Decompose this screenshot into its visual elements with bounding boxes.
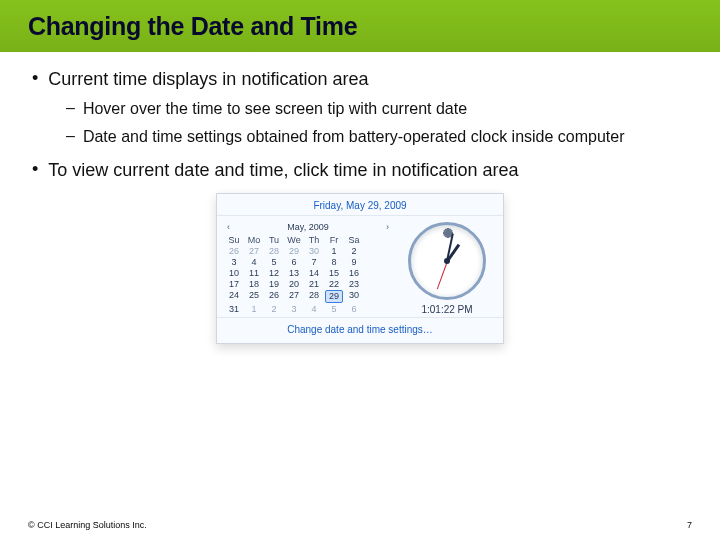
- calendar-day[interactable]: 1: [245, 304, 263, 314]
- bullet-icon: •: [32, 159, 38, 182]
- calendar-dow: Th: [305, 235, 323, 245]
- calendar-day[interactable]: 22: [325, 279, 343, 289]
- calendar-dow: We: [285, 235, 303, 245]
- calendar-day[interactable]: 26: [225, 246, 243, 256]
- sub-bullet-item: – Date and time settings obtained from b…: [66, 127, 688, 147]
- calendar-day[interactable]: 4: [245, 257, 263, 267]
- calendar-grid: SuMoTuWeThFrSa26272829301234567891011121…: [225, 235, 391, 314]
- calendar-day[interactable]: 27: [245, 246, 263, 256]
- calendar-day[interactable]: 18: [245, 279, 263, 289]
- clock-time-label: 1:01:22 PM: [399, 304, 495, 315]
- calendar-day[interactable]: 2: [345, 246, 363, 256]
- calendar-day[interactable]: 21: [305, 279, 323, 289]
- calendar-day[interactable]: 26: [265, 290, 283, 303]
- calendar-day[interactable]: 5: [265, 257, 283, 267]
- dash-icon: –: [66, 99, 75, 119]
- calendar-prev-button[interactable]: ‹: [225, 222, 232, 232]
- bullet-item: • Current time displays in notification …: [32, 68, 688, 147]
- slide-body: • Current time displays in notification …: [0, 52, 720, 344]
- sub-bullet-text: Hover over the time to see screen tip wi…: [83, 99, 467, 119]
- calendar-day[interactable]: 9: [345, 257, 363, 267]
- calendar-day[interactable]: 7: [305, 257, 323, 267]
- calendar-day-selected[interactable]: 29: [325, 290, 343, 303]
- date-time-popup: Friday, May 29, 2009 ‹ May, 2009 › SuMoT…: [216, 193, 504, 344]
- calendar-day[interactable]: 1: [325, 246, 343, 256]
- calendar-day[interactable]: 3: [285, 304, 303, 314]
- calendar-day[interactable]: 2: [265, 304, 283, 314]
- calendar-dow: Su: [225, 235, 243, 245]
- calendar: ‹ May, 2009 › SuMoTuWeThFrSa262728293012…: [225, 222, 391, 314]
- calendar-day[interactable]: 19: [265, 279, 283, 289]
- calendar-day[interactable]: 4: [305, 304, 323, 314]
- calendar-day[interactable]: 16: [345, 268, 363, 278]
- calendar-day[interactable]: 24: [225, 290, 243, 303]
- calendar-day[interactable]: 13: [285, 268, 303, 278]
- calendar-month-label: May, 2009: [287, 222, 328, 232]
- sub-bullet-text: Date and time settings obtained from bat…: [83, 127, 625, 147]
- title-bar: Changing the Date and Time: [0, 0, 720, 52]
- calendar-day[interactable]: 28: [305, 290, 323, 303]
- calendar-day[interactable]: 31: [225, 304, 243, 314]
- bullet-text: To view current date and time, click tim…: [48, 159, 518, 182]
- slide-title: Changing the Date and Time: [28, 12, 357, 41]
- bullet-text: Current time displays in notification ar…: [48, 68, 368, 91]
- calendar-day[interactable]: 10: [225, 268, 243, 278]
- sub-bullet-item: – Hover over the time to see screen tip …: [66, 99, 688, 119]
- calendar-next-button[interactable]: ›: [384, 222, 391, 232]
- calendar-day[interactable]: 30: [305, 246, 323, 256]
- calendar-day[interactable]: 14: [305, 268, 323, 278]
- calendar-dow: Fr: [325, 235, 343, 245]
- calendar-day[interactable]: 6: [345, 304, 363, 314]
- popup-long-date: Friday, May 29, 2009: [217, 194, 503, 216]
- dash-icon: –: [66, 127, 75, 147]
- calendar-dow: Sa: [345, 235, 363, 245]
- calendar-day[interactable]: 17: [225, 279, 243, 289]
- bullet-item: • To view current date and time, click t…: [32, 159, 688, 182]
- clock-second-hand: [436, 261, 447, 290]
- change-date-time-link[interactable]: Change date and time settings…: [217, 317, 503, 343]
- calendar-day[interactable]: 23: [345, 279, 363, 289]
- calendar-day[interactable]: 30: [345, 290, 363, 303]
- analog-clock: [408, 222, 486, 300]
- calendar-day[interactable]: 5: [325, 304, 343, 314]
- calendar-day[interactable]: 12: [265, 268, 283, 278]
- page-number: 7: [687, 520, 692, 530]
- bullet-icon: •: [32, 68, 38, 91]
- calendar-day[interactable]: 8: [325, 257, 343, 267]
- calendar-day[interactable]: 27: [285, 290, 303, 303]
- calendar-day[interactable]: 15: [325, 268, 343, 278]
- slide-footer: © CCI Learning Solutions Inc. 7: [0, 520, 720, 530]
- calendar-day[interactable]: 11: [245, 268, 263, 278]
- calendar-day[interactable]: 25: [245, 290, 263, 303]
- copyright-text: © CCI Learning Solutions Inc.: [28, 520, 147, 530]
- calendar-dow: Mo: [245, 235, 263, 245]
- calendar-day[interactable]: 28: [265, 246, 283, 256]
- calendar-day[interactable]: 29: [285, 246, 303, 256]
- calendar-dow: Tu: [265, 235, 283, 245]
- calendar-day[interactable]: 3: [225, 257, 243, 267]
- calendar-day[interactable]: 20: [285, 279, 303, 289]
- clock-pivot: [444, 258, 450, 264]
- calendar-day[interactable]: 6: [285, 257, 303, 267]
